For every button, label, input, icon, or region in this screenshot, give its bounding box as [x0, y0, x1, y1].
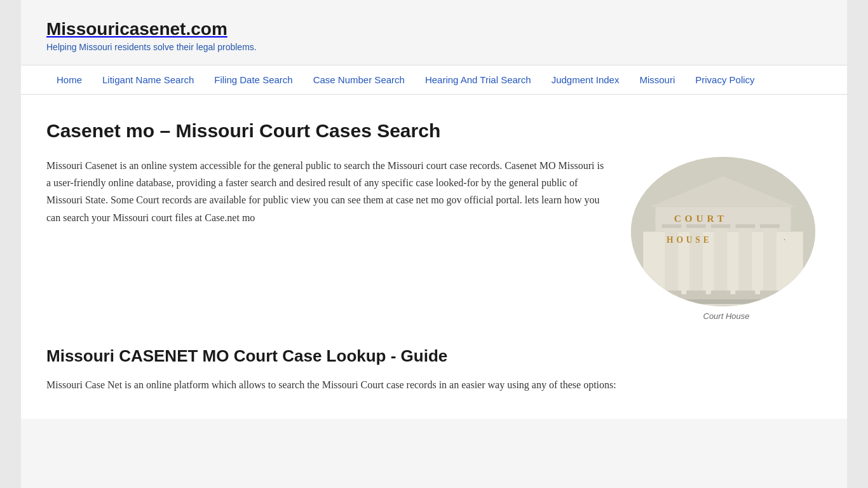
nav-link-judgment[interactable]: Judgment Index	[541, 65, 630, 94]
nav-item-hearing: Hearing And Trial Search	[415, 65, 541, 94]
svg-rect-12	[686, 224, 706, 228]
nav-link-case-number[interactable]: Case Number Search	[303, 65, 415, 94]
site-title: Missouricasenet.com	[46, 19, 822, 39]
svg-rect-21	[649, 294, 797, 299]
page-heading: Casenet mo – Missouri Court Cases Search	[46, 120, 822, 142]
svg-rect-20	[760, 290, 780, 294]
site-header: Missouricasenet.com Helping Missouri res…	[21, 0, 847, 65]
svg-rect-22	[643, 299, 803, 304]
svg-text:·: ·	[783, 235, 785, 245]
site-title-link[interactable]: Missouricasenet.com	[46, 19, 822, 39]
section-heading: Missouri CASENET MO Court Case Lookup - …	[46, 346, 822, 366]
svg-rect-17	[686, 290, 706, 294]
nav-item-case-number: Case Number Search	[303, 65, 415, 94]
courthouse-figure: COURT	[631, 157, 822, 321]
svg-rect-13	[711, 224, 731, 228]
svg-rect-11	[661, 224, 681, 228]
intro-text: Missouri Casenet is an online system acc…	[46, 157, 606, 321]
nav-item-privacy: Privacy Policy	[685, 65, 764, 94]
nav-link-filing[interactable]: Filing Date Search	[204, 65, 302, 94]
nav-link-litigant[interactable]: Litigant Name Search	[92, 65, 204, 94]
nav-link-home[interactable]: Home	[46, 65, 92, 94]
svg-rect-10	[763, 226, 776, 293]
svg-rect-14	[735, 224, 755, 228]
courthouse-image: COURT	[631, 157, 815, 306]
nav-item-home: Home	[46, 65, 92, 94]
svg-rect-9	[738, 226, 752, 293]
site-tagline: Helping Missouri residents solve their l…	[46, 42, 822, 52]
svg-rect-16	[661, 290, 681, 294]
nav-item-judgment: Judgment Index	[541, 65, 630, 94]
nav-list: Home Litigant Name Search Filing Date Se…	[46, 65, 822, 94]
intro-section: Missouri Casenet is an online system acc…	[46, 157, 822, 321]
svg-text:COURT: COURT	[674, 213, 728, 224]
svg-rect-15	[760, 224, 780, 228]
section-text: Missouri Case Net is an online platform …	[46, 376, 822, 393]
nav-link-privacy[interactable]: Privacy Policy	[685, 65, 764, 94]
main-content: Casenet mo – Missouri Court Cases Search…	[21, 95, 847, 419]
nav-item-filing: Filing Date Search	[204, 65, 302, 94]
svg-text:HOUSE: HOUSE	[667, 235, 712, 245]
nav-item-litigant: Litigant Name Search	[92, 65, 204, 94]
image-caption: Court House	[631, 311, 822, 321]
svg-rect-8	[714, 226, 728, 293]
main-nav: Home Litigant Name Search Filing Date Se…	[21, 65, 847, 95]
svg-rect-19	[735, 290, 755, 294]
nav-link-missouri[interactable]: Missouri	[629, 65, 685, 94]
nav-item-missouri: Missouri	[629, 65, 685, 94]
nav-link-hearing[interactable]: Hearing And Trial Search	[415, 65, 541, 94]
svg-rect-18	[711, 290, 731, 294]
